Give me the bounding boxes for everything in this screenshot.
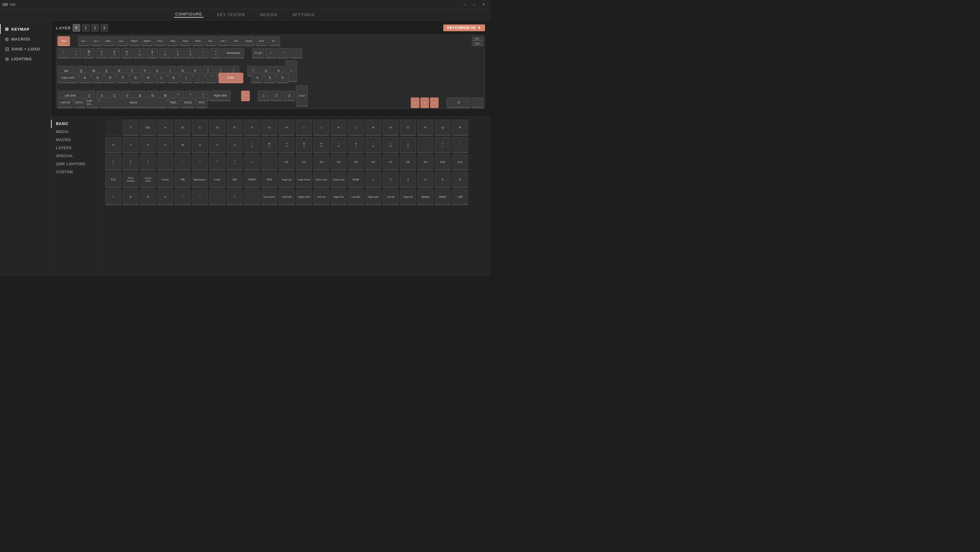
- key-capslock[interactable]: Caps Lock: [57, 73, 78, 83]
- grid-key-m[interactable]: M: [365, 120, 381, 136]
- grid-key-pipe-bs[interactable]: |\: [140, 154, 156, 170]
- key-brght-plus[interactable]: Brght+: [142, 36, 153, 46]
- grid-key-del[interactable]: Del: [227, 172, 243, 188]
- key-rctl[interactable]: RCtl: [196, 97, 207, 108]
- grid-key-f12[interactable]: F12: [105, 172, 121, 188]
- grid-key-at-2[interactable]: @2: [261, 137, 277, 153]
- sidebar-item-keymap[interactable]: ⊞ KEYMAP: [0, 24, 51, 34]
- grid-key-t[interactable]: T: [123, 137, 139, 153]
- key-6np[interactable]: 6: [277, 73, 288, 83]
- grid-key-0n[interactable]: 0: [157, 189, 173, 205]
- key-esc[interactable]: Esc: [57, 36, 70, 46]
- key-equal[interactable]: +=: [210, 48, 222, 59]
- grid-key-question-slash[interactable]: ?/: [227, 154, 243, 170]
- key-minus-np[interactable]: -: [290, 48, 302, 59]
- key-k[interactable]: K: [168, 73, 180, 83]
- grid-key-1n[interactable]: 1: [365, 172, 381, 188]
- grid-key-minus-n[interactable]: -: [209, 189, 225, 205]
- grid-key-colon-semi[interactable]: :;: [157, 154, 173, 170]
- grid-key-z[interactable]: Z: [227, 137, 243, 153]
- grid-key-h[interactable]: H: [278, 120, 295, 136]
- key-brght-minus[interactable]: Brght-: [129, 36, 140, 46]
- key-space[interactable]: Space: [99, 97, 167, 108]
- close-button[interactable]: ✕: [479, 2, 487, 8]
- grid-key-caps-lock[interactable]: Caps Lock: [331, 172, 347, 188]
- grid-key-y[interactable]: Y: [209, 137, 225, 153]
- grid-key-lbr-lbr[interactable]: [ [: [105, 154, 121, 170]
- key-5[interactable]: %5: [121, 48, 133, 59]
- grid-key-plus-eq[interactable]: +=: [434, 137, 451, 153]
- key-end-fn[interactable]: End: [256, 36, 267, 46]
- grid-key-8n[interactable]: 8: [123, 189, 139, 205]
- keyboard-select-button[interactable]: KEYCHRON V5 ▼: [443, 24, 485, 31]
- key-a[interactable]: A: [79, 73, 91, 83]
- grid-key-u[interactable]: U: [140, 137, 156, 153]
- grid-key-2n[interactable]: 2: [383, 172, 399, 188]
- grid-key-num-lock[interactable]: Num Lock: [313, 172, 329, 188]
- grid-key-right-ctrl[interactable]: Right Ctrl: [331, 189, 347, 205]
- grid-key-k[interactable]: K: [331, 120, 347, 136]
- key-enter[interactable]: Enter: [218, 73, 243, 83]
- nav-settings[interactable]: SETTINGS: [291, 13, 316, 17]
- key-left[interactable]: ←: [411, 97, 419, 108]
- grid-key-caret-6[interactable]: ^6: [331, 137, 347, 153]
- grid-key-dollar-4[interactable]: $4: [296, 137, 312, 153]
- sidebar-item-lighting[interactable]: ◎ LIGHTING: [0, 54, 51, 64]
- grid-key-l[interactable]: L: [348, 120, 364, 136]
- grid-key-page-down[interactable]: Page Down: [296, 172, 312, 188]
- grid-key-right-win[interactable]: Right Win: [365, 189, 381, 205]
- key-4[interactable]: $4: [108, 48, 120, 59]
- key-minus[interactable]: –-: [197, 48, 209, 59]
- grid-key-o[interactable]: O: [400, 120, 416, 136]
- grid-key-underscore-minus[interactable]: –-: [417, 137, 433, 153]
- key-left-os[interactable]: Left O...: [74, 97, 86, 108]
- key-3[interactable]: #3: [95, 48, 107, 59]
- grid-key-page-up[interactable]: Page Up: [278, 172, 295, 188]
- key-quote[interactable]: "': [206, 73, 218, 83]
- grid-key-enter[interactable]: Enter: [348, 172, 364, 188]
- grid-key-dquote-squote[interactable]: "': [175, 154, 191, 170]
- grid-key-esc[interactable]: Esc: [140, 120, 156, 136]
- key-down[interactable]: ↓: [420, 97, 429, 108]
- grid-key-left-alt[interactable]: Left Alt: [383, 189, 399, 205]
- key-mo1[interactable]: MO(1): [181, 97, 195, 108]
- grid-key-scroll-lock[interactable]: ScrollLock: [140, 172, 156, 188]
- layer-btn-1[interactable]: 1: [82, 24, 89, 32]
- grid-key-6n[interactable]: 6: [452, 172, 468, 188]
- grid-key-triangle[interactable]: ▽: [123, 120, 139, 136]
- grid-key-a[interactable]: A: [157, 120, 173, 136]
- key-0np[interactable]: 0: [447, 97, 471, 108]
- key-7[interactable]: &7: [146, 48, 158, 59]
- key-vol-minus2[interactable]: Vol -: [472, 36, 484, 41]
- grid-key-rpar-0[interactable]: )0: [400, 137, 416, 153]
- key-colon[interactable]: :;: [193, 73, 205, 83]
- grid-key-left[interactable]: Left: [452, 189, 468, 205]
- key-miss[interactable]: Miss...: [103, 36, 115, 46]
- key-dot-np[interactable]: .: [472, 97, 484, 108]
- key-l[interactable]: L: [180, 73, 192, 83]
- grid-key-5n[interactable]: 5: [434, 172, 451, 188]
- keymap-section-custom[interactable]: CUSTOM: [51, 168, 102, 176]
- grid-key-excl-1[interactable]: !1: [244, 137, 260, 153]
- grid-key-right-alt[interactable]: Right Alt: [400, 189, 416, 205]
- grid-key-right-shift[interactable]: Right Shift: [296, 189, 312, 205]
- key-vol-plus2[interactable]: Vol +: [472, 41, 484, 46]
- key-lau[interactable]: Lau...: [116, 36, 128, 46]
- keymap-section-layers[interactable]: LAYERS: [51, 144, 102, 152]
- minimize-button[interactable]: ─: [461, 2, 469, 8]
- grid-key-g[interactable]: G: [261, 120, 277, 136]
- grid-key-plus-n[interactable]: +: [227, 189, 243, 205]
- grid-key-amp-7[interactable]: &7: [348, 137, 364, 153]
- grid-key-x[interactable]: X: [192, 137, 208, 153]
- grid-key-c[interactable]: C: [192, 120, 208, 136]
- keymap-section-qmk-lighting[interactable]: QMK LIGHTING: [51, 160, 102, 168]
- key-2[interactable]: @2: [83, 48, 95, 59]
- grid-key-menu[interactable]: Menu: [434, 189, 451, 205]
- grid-key-left-ctrl[interactable]: Left Ctrl: [313, 189, 329, 205]
- key-g[interactable]: G: [130, 73, 142, 83]
- key-9[interactable]: (9: [172, 48, 183, 59]
- nav-key-tester[interactable]: KEY TESTER: [216, 13, 246, 17]
- key-j[interactable]: J: [155, 73, 167, 83]
- key-mute[interactable]: Mute: [192, 36, 204, 46]
- grid-key-7n[interactable]: 7: [105, 189, 121, 205]
